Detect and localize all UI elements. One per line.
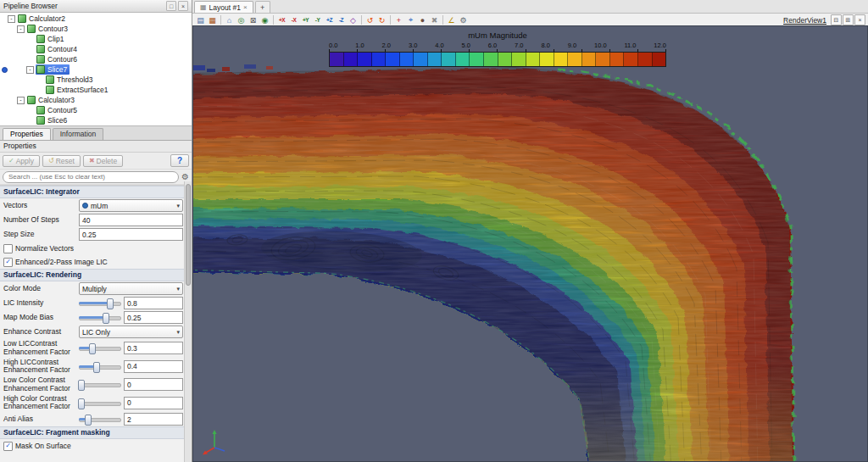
float-panel-icon[interactable]: □: [166, 1, 176, 11]
edit-color-map-icon[interactable]: ▦: [207, 14, 218, 25]
section-header-surfacelic-rendering[interactable]: SurfaceLIC: Rendering: [0, 269, 185, 281]
vectors-combo[interactable]: mUm▾: [79, 199, 183, 212]
property-row-lic-intensity: LIC Intensity0.8: [0, 296, 185, 310]
color-mode-combo[interactable]: Multiply▾: [79, 282, 183, 295]
ruler-icon[interactable]: ∠: [446, 14, 457, 25]
pipeline-item-contour4[interactable]: -Contour4: [0, 44, 192, 54]
expander-icon[interactable]: -: [26, 66, 34, 74]
close-panel-icon[interactable]: ×: [178, 1, 188, 11]
slider-handle[interactable]: [103, 313, 109, 324]
tab-layout-1[interactable]: ▦ Layout #1 ×: [194, 1, 253, 13]
color-legend[interactable]: mUm Magnitude 0.01.02.03.04.05.06.07.08.…: [329, 31, 666, 67]
camera-minus-x-icon[interactable]: -X: [288, 14, 299, 25]
expander-icon[interactable]: -: [17, 25, 25, 33]
property-label: Number Of Steps: [3, 216, 76, 225]
pick-center-icon[interactable]: ●: [417, 14, 428, 25]
pipeline-item-slice6[interactable]: -Slice6: [0, 115, 192, 125]
camera-minus-z-icon[interactable]: -Z: [336, 14, 347, 25]
camera-minus-y-icon[interactable]: -Y: [312, 14, 323, 25]
pipeline-item-threshold3[interactable]: -Threshold3: [0, 75, 192, 85]
checkbox-normalize-vectors[interactable]: [3, 244, 13, 253]
high-color-contrast-enhancement-factor-slider[interactable]: [79, 398, 121, 409]
high-liccontrast-enhancement-factor-value-field[interactable]: 0.4: [124, 360, 183, 373]
number-of-steps-field[interactable]: 40: [79, 214, 183, 226]
pipeline-item-contour3[interactable]: -Contour3: [0, 24, 192, 34]
split-horizontal-icon[interactable]: ⊟: [831, 14, 842, 25]
add-layout-tab-button[interactable]: +: [255, 1, 270, 13]
search-row: ⚙: [0, 170, 192, 185]
pipeline-item-calculator2[interactable]: -Calculator2: [0, 14, 192, 24]
step-size-field[interactable]: 0.25: [79, 228, 183, 241]
camera-plus-z-icon[interactable]: +Z: [324, 14, 335, 25]
camera-settings-icon[interactable]: ⚙: [458, 14, 469, 25]
pipeline-item-contour6[interactable]: -Contour6: [0, 54, 192, 64]
gear-icon[interactable]: ⚙: [181, 172, 189, 181]
low-liccontrast-enhancement-factor-slider[interactable]: [79, 342, 121, 353]
reset-center-icon[interactable]: ✖: [429, 14, 440, 25]
dock-tabs: PropertiesInformation: [0, 126, 192, 141]
slider-handle[interactable]: [93, 362, 100, 373]
zoom-closest-icon[interactable]: ◉: [259, 14, 270, 25]
lic-intensity-value-field[interactable]: 0.8: [124, 297, 183, 309]
delete-label: Delete: [97, 157, 118, 165]
pipeline-browser-titlebar: Pipeline Browser □×: [0, 0, 192, 13]
orientation-axes-toggle-icon[interactable]: +: [393, 14, 404, 25]
checkbox-enhanced-2-pass-image-lic[interactable]: ✓: [3, 258, 13, 267]
camera-plus-x-icon[interactable]: +X: [276, 14, 287, 25]
tab-information[interactable]: Information: [53, 128, 104, 140]
search-input[interactable]: [3, 171, 179, 183]
split-vertical-icon[interactable]: ⊞: [843, 14, 854, 25]
lic-intensity-slider[interactable]: [79, 298, 121, 309]
pipeline-item-clip1[interactable]: -Clip1: [0, 34, 192, 44]
reset-camera-icon[interactable]: ⌂: [224, 14, 235, 25]
delete-button[interactable]: ✖Delete: [83, 155, 123, 167]
anti-alias-value-field[interactable]: 2: [124, 413, 183, 426]
close-tab-icon[interactable]: ×: [243, 3, 248, 11]
legend-segment: [512, 53, 526, 66]
tab-properties[interactable]: Properties: [3, 128, 51, 140]
legend-tick-label: 6.0: [488, 42, 497, 49]
reset-button[interactable]: ↺Reset: [42, 155, 81, 167]
slider-handle[interactable]: [78, 380, 85, 391]
close-view-icon[interactable]: ×: [854, 14, 865, 25]
slider-handle[interactable]: [89, 343, 96, 354]
expander-icon[interactable]: -: [17, 97, 25, 104]
low-color-contrast-enhancement-factor-slider[interactable]: [79, 379, 121, 390]
zoom-to-data-icon[interactable]: ◎: [236, 14, 247, 25]
anti-alias-slider[interactable]: [79, 414, 121, 425]
toggle-color-legend-icon[interactable]: ▤: [195, 14, 206, 25]
apply-button[interactable]: ✓Apply: [3, 155, 40, 167]
combo-value: Multiply: [82, 285, 107, 293]
high-color-contrast-enhancement-factor-value-field[interactable]: 0: [124, 397, 183, 409]
pipeline-item-calculator3[interactable]: -Calculator3: [0, 95, 192, 105]
slider-handle[interactable]: [78, 398, 85, 409]
pipeline-item-slice7[interactable]: -Slice7: [0, 64, 192, 75]
slider-handle[interactable]: [85, 415, 92, 426]
expander-icon[interactable]: -: [8, 15, 15, 23]
slider-handle[interactable]: [107, 298, 114, 309]
render-viewport[interactable]: mUm Magnitude 0.01.02.03.04.05.06.07.08.…: [192, 25, 868, 462]
enhance-contrast-combo[interactable]: LIC Only▾: [79, 326, 183, 338]
checkbox-mask-on-surface[interactable]: ✓: [3, 442, 13, 451]
legend-segment: [344, 53, 359, 66]
visibility-dot[interactable]: [2, 67, 8, 73]
low-liccontrast-enhancement-factor-value-field[interactable]: 0.3: [124, 342, 183, 354]
source-icon: [36, 116, 45, 125]
rotate-90-cw-icon[interactable]: ↻: [376, 14, 387, 25]
low-color-contrast-enhancement-factor-value-field[interactable]: 0: [124, 378, 183, 391]
section-header-surfacelic-integrator[interactable]: SurfaceLIC: Integrator: [0, 186, 185, 198]
high-liccontrast-enhancement-factor-slider[interactable]: [79, 361, 121, 372]
pipeline-item-contour5[interactable]: -Contour5: [0, 105, 192, 115]
map-mode-bias-value-field[interactable]: 0.25: [124, 311, 183, 324]
zoom-to-box-icon[interactable]: ⊠: [248, 14, 259, 25]
section-header-surfacelic-fragment-masking[interactable]: SurfaceLIC: Fragment masking: [0, 426, 185, 439]
map-mode-bias-slider[interactable]: [79, 312, 121, 323]
help-button[interactable]: ?: [170, 154, 189, 167]
properties-scrollbar[interactable]: [184, 181, 192, 462]
camera-plus-y-icon[interactable]: +Y: [300, 14, 311, 25]
rotate-90-ccw-icon[interactable]: ↺: [364, 14, 376, 25]
center-axes-toggle-icon[interactable]: ⌖: [405, 14, 416, 25]
isometric-view-icon[interactable]: ◇: [348, 14, 359, 25]
pipeline-item-extractsurface1[interactable]: -ExtractSurface1: [0, 85, 192, 95]
scrollbar-thumb[interactable]: [186, 184, 191, 286]
